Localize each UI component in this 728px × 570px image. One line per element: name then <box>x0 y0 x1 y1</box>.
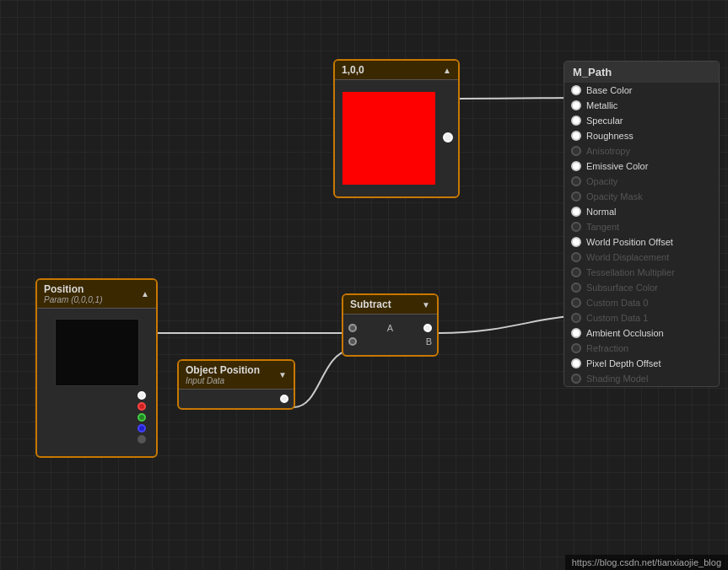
mpath-item-roughness[interactable]: Roughness <box>564 128 719 143</box>
mpath-item-metallic[interactable]: Metallic <box>564 98 719 113</box>
mpath-item-world-position-offset[interactable]: World Position Offset <box>564 234 719 250</box>
mpath-pin-custom-data-1 <box>571 313 581 323</box>
mpath-pin-tessellation-multiplier <box>571 267 581 277</box>
position-preview <box>55 319 139 386</box>
mpath-item-custom-data-1[interactable]: Custom Data 1 <box>564 310 719 325</box>
subtract-a-row: A <box>348 323 432 333</box>
mpath-label-tessellation-multiplier: Tessellation Multiplier <box>586 267 675 277</box>
mpath-item-base-color[interactable]: Base Color <box>564 83 719 98</box>
mpath-label-custom-data-0: Custom Data 0 <box>586 298 648 308</box>
mpath-pin-anisotropy <box>571 146 581 156</box>
mpath-pin-pixel-depth-offset <box>571 358 581 368</box>
mpath-item-opacity-mask[interactable]: Opacity Mask <box>564 189 719 204</box>
material-node-title: 1,0,0 <box>342 64 364 76</box>
mpath-item-world-displacement[interactable]: World Displacement <box>564 250 719 265</box>
subtract-a-label: A <box>387 323 393 333</box>
mpath-pin-subsurface-color <box>571 282 581 293</box>
subtract-b-row: B <box>348 336 432 347</box>
mpath-items-list: Base ColorMetallicSpecularRoughnessAniso… <box>564 83 719 386</box>
mpath-label-opacity: Opacity <box>586 176 617 186</box>
mpath-label-ambient-occlusion: Ambient Occlusion <box>586 328 664 338</box>
position-node-title: Position <box>44 283 102 295</box>
mpath-pin-specular <box>571 116 581 126</box>
object-position-header: Object Position Input Data ▼ <box>179 361 294 390</box>
mpath-item-refraction[interactable]: Refraction <box>564 341 719 356</box>
mpath-label-emissive-color: Emissive Color <box>586 161 648 171</box>
mpath-pin-roughness <box>571 131 581 141</box>
subtract-a-input[interactable] <box>348 324 357 332</box>
material-preview <box>342 92 435 185</box>
mpath-item-anisotropy[interactable]: Anisotropy <box>564 143 719 159</box>
mpath-label-custom-data-1: Custom Data 1 <box>586 313 648 323</box>
mpath-pin-opacity <box>571 176 581 186</box>
subtract-a-output[interactable] <box>423 324 432 332</box>
position-pins <box>42 391 151 451</box>
object-position-subtitle: Input Data <box>186 376 260 385</box>
mpath-pin-metallic <box>571 100 581 110</box>
mpath-pin-base-color <box>571 85 581 95</box>
mpath-label-subsurface-color: Subsurface Color <box>586 282 658 293</box>
mpath-label-tangent: Tangent <box>586 222 619 232</box>
position-pin-green-row <box>47 413 146 422</box>
mpath-pin-opacity-mask <box>571 191 581 202</box>
mpath-pin-tangent <box>571 222 581 232</box>
material-node-header: 1,0,0 ▲ <box>335 61 458 80</box>
mpath-pin-world-position-offset <box>571 237 581 247</box>
position-expand[interactable]: ▲ <box>141 289 149 298</box>
position-pin-red[interactable] <box>138 402 146 411</box>
position-pin-blue-row <box>47 424 146 433</box>
mpath-pin-normal <box>571 207 581 217</box>
mpath-item-specular[interactable]: Specular <box>564 113 719 128</box>
mpath-label-pixel-depth-offset: Pixel Depth Offset <box>586 358 661 368</box>
mpath-item-opacity[interactable]: Opacity <box>564 174 719 189</box>
mpath-item-emissive-color[interactable]: Emissive Color <box>564 159 719 174</box>
mpath-item-pixel-depth-offset[interactable]: Pixel Depth Offset <box>564 356 719 371</box>
subtract-node-header: Subtract ▼ <box>343 295 437 315</box>
material-node: 1,0,0 ▲ <box>333 59 460 198</box>
mpath-item-ambient-occlusion[interactable]: Ambient Occlusion <box>564 325 719 341</box>
mpath-label-shading-model: Shading Model <box>586 374 648 384</box>
subtract-body: A B <box>343 315 437 355</box>
position-pin-gray-row <box>47 435 146 444</box>
mpath-label-world-displacement: World Displacement <box>586 252 669 262</box>
position-node-header: Position Param (0,0,0,1) ▲ <box>37 280 156 309</box>
mpath-item-tessellation-multiplier[interactable]: Tessellation Multiplier <box>564 265 719 280</box>
subtract-b-input[interactable] <box>348 337 357 346</box>
mpath-label-specular: Specular <box>586 116 623 126</box>
object-position-title: Object Position <box>186 364 260 376</box>
mpath-label-roughness: Roughness <box>586 131 634 141</box>
object-position-node: Object Position Input Data ▼ <box>177 359 295 410</box>
mpath-label-opacity-mask: Opacity Mask <box>586 191 643 202</box>
mpath-pin-emissive-color <box>571 161 581 171</box>
position-pin-blue[interactable] <box>138 424 146 433</box>
position-node: Position Param (0,0,0,1) ▲ <box>35 278 158 458</box>
material-node-expand[interactable]: ▲ <box>443 66 451 75</box>
position-pin-red-row <box>47 402 146 411</box>
mpath-pin-refraction <box>571 343 581 353</box>
mpath-label-normal: Normal <box>586 207 616 217</box>
subtract-b-label: B <box>426 336 432 347</box>
mpath-label-world-position-offset: World Position Offset <box>586 237 673 247</box>
mpath-item-normal[interactable]: Normal <box>564 204 719 219</box>
position-node-subtitle: Param (0,0,0,1) <box>44 295 102 304</box>
url-bar: https://blog.csdn.net/tianxiaojie_blog <box>565 555 728 570</box>
subtract-node-title: Subtract <box>350 298 391 310</box>
position-pin-white[interactable] <box>138 391 146 400</box>
mpath-item-subsurface-color[interactable]: Subsurface Color <box>564 280 719 295</box>
mpath-pin-world-displacement <box>571 252 581 262</box>
mpath-label-anisotropy: Anisotropy <box>586 146 630 156</box>
mpath-pin-custom-data-0 <box>571 298 581 308</box>
mpath-panel: M_Path Base ColorMetallicSpecularRoughne… <box>564 61 720 387</box>
object-position-output-pin[interactable] <box>280 395 289 403</box>
mpath-pin-ambient-occlusion <box>571 328 581 338</box>
position-pin-green[interactable] <box>138 413 146 422</box>
mpath-header: M_Path <box>564 62 719 83</box>
mpath-item-tangent[interactable]: Tangent <box>564 219 719 234</box>
material-output-pin[interactable] <box>443 132 453 145</box>
position-pin-gray[interactable] <box>138 435 146 444</box>
mpath-label-refraction: Refraction <box>586 343 628 353</box>
mpath-item-shading-model[interactable]: Shading Model <box>564 371 719 386</box>
mpath-item-custom-data-0[interactable]: Custom Data 0 <box>564 295 719 310</box>
object-position-expand[interactable]: ▼ <box>278 370 287 379</box>
subtract-expand[interactable]: ▼ <box>422 300 430 309</box>
